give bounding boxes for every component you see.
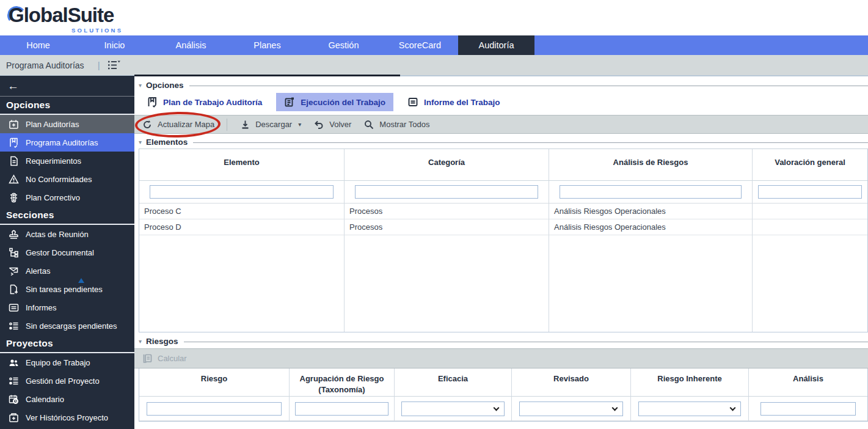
descargar-button[interactable]: Descargar ▾	[239, 119, 301, 130]
sidebar-item-label: Informes	[26, 303, 57, 312]
tab-informe-del-trabajo[interactable]: Informe del Trabajo	[399, 93, 508, 111]
actualizar-mapa-button[interactable]: Actualizar Mapa	[142, 119, 214, 130]
filter-analisis-riesgos-input[interactable]	[760, 402, 855, 416]
report-doc-icon	[407, 97, 418, 108]
tab-label: Ejecución del Trabajo	[301, 98, 385, 107]
cell-valoracion[interactable]	[753, 219, 867, 235]
nav-item-home[interactable]: Home	[0, 35, 76, 55]
mail-forward-icon	[8, 265, 19, 276]
sidebar-item-label: Ver Históricos Proyecto	[26, 413, 108, 422]
calcular-button[interactable]: Calcular	[142, 353, 187, 364]
calendar-plus-icon	[8, 119, 19, 130]
cell-elemento[interactable]: Proceso D	[139, 219, 345, 235]
table-row[interactable]: Proceso D Procesos Análisis Riesgos Oper…	[139, 219, 867, 235]
sidebar-item-gestor-documental[interactable]: Gestor Documental	[0, 243, 134, 262]
riesgos-fieldset-legend: ▾ Riesgos	[134, 336, 868, 346]
sidebar-item-label: Equipo de Trabajo	[26, 358, 90, 367]
filter-agrupacion-input[interactable]	[295, 402, 389, 416]
opciones-fieldset-legend: ▾ Opciones	[134, 80, 868, 90]
filter-riesgo-input[interactable]	[147, 402, 282, 416]
logo-subtitle: SOLUTIONS	[71, 27, 123, 34]
main-navbar: Home Inicio Análisis Planes Gestión Scor…	[0, 35, 868, 55]
sidebar-item-requerimientos[interactable]: Requerimientos	[0, 152, 134, 170]
sidebar-item-programa-auditorias[interactable]: Programa Auditorías	[0, 133, 134, 152]
breadcrumb-bar: Programa Auditorías |	[0, 55, 868, 76]
sidebar-item-calendario[interactable]: Calendario	[0, 390, 134, 408]
nav-item-auditoria[interactable]: Auditoría	[458, 35, 534, 55]
nav-item-analisis[interactable]: Análisis	[153, 35, 229, 55]
legend-label: Riesgos	[146, 337, 178, 346]
cell-elemento[interactable]: Proceso C	[139, 204, 345, 219]
sidebar-item-sin-descargas-pendientes[interactable]: Sin descargas pendientes	[0, 317, 134, 335]
cell-categoria[interactable]: Procesos	[345, 204, 549, 219]
sidebar-item-informes[interactable]: Informes	[0, 298, 134, 317]
archive-plus-icon	[8, 412, 19, 423]
sidebar-item-label: Calendario	[26, 395, 64, 404]
filter-valoracion-input[interactable]	[758, 185, 861, 199]
collapse-triangle-icon[interactable]: ▾	[139, 82, 142, 89]
breadcrumb-separator: |	[98, 60, 100, 70]
legend-rule	[193, 142, 868, 143]
column-header-riesgo-inherente: Riesgo Inherente	[631, 369, 749, 397]
toolbar-divider	[227, 119, 227, 131]
logo-wordmark: GlobalSuite	[9, 4, 114, 27]
legend-rule	[189, 86, 868, 86]
button-label: Calcular	[158, 354, 187, 363]
sidebar-item-plan-auditorias[interactable]: Plan Auditorías	[0, 115, 134, 133]
sidebar-item-alertas[interactable]: Alertas	[0, 262, 134, 280]
sidebar-item-plan-correctivo[interactable]: Plan Correctivo	[0, 188, 134, 207]
column-header-categoria: Categoría	[345, 149, 549, 181]
mostrar-todos-button[interactable]: Mostrar Todos	[363, 119, 429, 130]
filter-eficacia-select[interactable]	[401, 402, 504, 416]
work-tabs: Plan de Trabajo Auditoría Ejecución del …	[134, 90, 868, 115]
sidebar-item-no-conformidades[interactable]: No Conformidades	[0, 170, 134, 188]
sidebar-item-equipo-de-trabajo[interactable]: Equipo de Trabajo	[0, 353, 134, 372]
list-menu-icon[interactable]	[106, 60, 121, 70]
filter-riesgo-inherente-select[interactable]	[638, 402, 742, 416]
filter-elemento-input[interactable]	[150, 185, 334, 199]
elementos-empty-area	[139, 235, 867, 332]
table-row[interactable]: Proceso C Procesos Análisis Riesgos Oper…	[139, 204, 867, 219]
dropdown-caret-icon[interactable]: ▾	[298, 121, 301, 128]
sidebar-item-actas-de-reunion[interactable]: Actas de Reunión	[0, 225, 134, 243]
tab-ejecucion-del-trabajo[interactable]: Ejecución del Trabajo	[276, 93, 393, 111]
sidebar-item-ver-historicos-proyecto[interactable]: Ver Históricos Proyecto	[0, 408, 134, 427]
stamp-icon	[8, 229, 19, 240]
column-header-elemento: Elemento	[139, 149, 345, 181]
separator-line	[134, 75, 400, 76]
sidebar-item-label: Plan Correctivo	[26, 193, 80, 202]
sidebar-back-button[interactable]: ←	[0, 76, 134, 97]
cell-valoracion[interactable]	[753, 204, 867, 219]
filter-analisis-input[interactable]	[560, 185, 742, 199]
cell-analisis[interactable]: Análisis Riesgos Operacionales	[549, 204, 753, 219]
collapse-triangle-icon[interactable]: ▾	[139, 139, 142, 145]
team-icon	[8, 357, 19, 368]
volver-button[interactable]: Volver	[313, 119, 351, 130]
cell-analisis[interactable]: Análisis Riesgos Operacionales	[549, 219, 753, 235]
nav-item-gestion[interactable]: Gestión	[305, 35, 382, 55]
nav-item-inicio[interactable]: Inicio	[76, 35, 153, 55]
sidebar-item-gestion-del-proyecto[interactable]: Gestión del Proyecto	[0, 372, 134, 390]
bullet-list-icon	[8, 320, 19, 331]
sidebar-item-label: Alertas	[26, 266, 50, 276]
file-plus-icon	[8, 284, 19, 295]
sidebar-item-sin-tareas-pendientes[interactable]: Sin tareas pendientes	[0, 280, 134, 298]
filter-categoria-input[interactable]	[355, 185, 539, 199]
button-label: Volver	[329, 120, 351, 129]
cell-categoria[interactable]: Procesos	[345, 219, 549, 235]
tab-label: Plan de Trabajo Auditoría	[163, 98, 262, 107]
column-header-valoracion-general: Valoración general	[753, 149, 867, 181]
riesgos-table: Riesgo Agrupación de Riesgo (Taxonomía) …	[139, 369, 868, 422]
nav-item-scorecard[interactable]: ScoreCard	[382, 35, 458, 55]
hierarchy-icon	[8, 247, 19, 258]
nav-item-planes[interactable]: Planes	[229, 35, 305, 55]
column-header-analisis: Análisis	[749, 369, 867, 397]
filter-revisado-select[interactable]	[519, 402, 624, 416]
collapse-triangle-icon[interactable]: ▾	[139, 338, 142, 345]
document-lines-icon	[8, 155, 19, 166]
elementos-filter-row	[139, 181, 867, 204]
main-content: ▾ Opciones Plan de Trabajo Auditoría	[134, 76, 868, 429]
tab-plan-de-trabajo[interactable]: Plan de Trabajo Auditoría	[139, 93, 270, 111]
sidebar-item-label: Actas de Reunión	[26, 230, 89, 239]
audit-book-check-icon	[8, 137, 19, 148]
